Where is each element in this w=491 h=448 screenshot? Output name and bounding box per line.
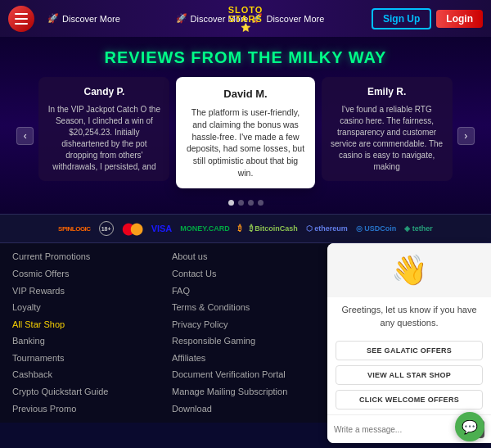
link-affiliates[interactable]: Affiliates [172, 351, 311, 366]
link-terms-conditions[interactable]: Terms & Conditions [172, 301, 311, 315]
link-faq[interactable]: FAQ [172, 284, 311, 299]
link-vip-rewards[interactable]: VIP Rewards [12, 284, 147, 299]
link-contact-us[interactable]: Contact Us [172, 267, 311, 282]
hero-title: REVIEWS FROM THE MILKY WAY [16, 48, 475, 67]
link-manage-mailing[interactable]: Manage Mailing Subscription [172, 385, 311, 400]
provider-bitcoincash: ₿ BitcoinCash [250, 224, 298, 233]
header-buttons: Sign Up Login [372, 8, 483, 29]
live-chat-bubble[interactable]: 💬 [455, 412, 484, 441]
provider-usdc: ◎ USDCoin [356, 224, 397, 233]
link-current-promotions[interactable]: Current Promotions [12, 250, 147, 265]
footer-right-links: About us Contact Us FAQ Terms & Conditio… [160, 243, 323, 423]
dot-4[interactable] [258, 200, 264, 206]
nav-item-discover-1[interactable]: 🚀 Discover More [47, 13, 120, 24]
provider-ethereum: ⬡ ethereum [306, 224, 348, 233]
rocket-icon-2: 🚀 [176, 13, 187, 24]
logo-image: SLOTO STARS ⭐ [221, 2, 270, 35]
review-text-2: The platform is user-friendly, and claim… [186, 106, 304, 179]
footer-left-links: Current Promotions Cosmic Offers VIP Rew… [0, 243, 160, 423]
logo[interactable]: SLOTO STARS ⭐ [221, 2, 270, 35]
star-icon: ⭐ [228, 24, 264, 32]
link-banking[interactable]: Banking [12, 334, 147, 349]
chat-btn-all-star-shop[interactable]: VIEW ALL STAR SHOP [336, 365, 483, 385]
chat-greeting-message: Greetings, let us know if you have any q… [327, 297, 491, 336]
login-button[interactable]: Login [436, 10, 483, 28]
link-previous-promo[interactable]: Previous Promo [12, 402, 147, 417]
providers-bar: SPINLOGIC 18+ ⬤⬤ VISA MONEY.CARD ₿ ₿ Bit… [0, 214, 491, 243]
provider-age: 18+ [99, 221, 114, 236]
dot-2[interactable] [238, 200, 244, 206]
carousel-next-button[interactable]: › [457, 127, 475, 145]
chat-action-buttons: SEE GALATIC OFFERS VIEW ALL STAR SHOP CL… [327, 336, 491, 414]
review-card-2: David M. The platform is user-friendly, … [176, 77, 314, 188]
chat-bubble-icon: 💬 [462, 419, 478, 435]
provider-moneycard: MONEY.CARD [180, 224, 230, 233]
signup-button[interactable]: Sign Up [372, 8, 431, 29]
dot-3[interactable] [248, 200, 254, 206]
nav-items: 🚀 Discover More [39, 13, 128, 24]
provider-spinlogic: SPINLOGIC [58, 225, 91, 233]
reviews-carousel: Candy P. In the VIP Jackpot Catch O the … [38, 77, 452, 188]
hero-section: REVIEWS FROM THE MILKY WAY ‹ Candy P. In… [0, 37, 491, 214]
main-content: Current Promotions Cosmic Offers VIP Rew… [0, 243, 491, 423]
chat-wave-emoji: 👋 [327, 243, 491, 297]
reviewer-name-2: David M. [186, 87, 304, 102]
link-tournaments[interactable]: Tournaments [12, 351, 147, 366]
chat-btn-welcome-offers[interactable]: CLICK WELCOME OFFERS [336, 390, 483, 410]
provider-tether: ◈ tether [404, 224, 433, 233]
carousel-prev-button[interactable]: ‹ [16, 127, 34, 145]
chat-btn-galatic-offers[interactable]: SEE GALATIC OFFERS [336, 341, 483, 360]
link-about-us[interactable]: About us [172, 250, 311, 265]
reviewer-name-1: Candy P. [47, 85, 161, 99]
review-text-1: In the VIP Jackpot Catch O the Season, I… [47, 104, 161, 173]
provider-bitcoin: ₿ [238, 224, 241, 233]
link-responsible-gaming[interactable]: Responsible Gaming [172, 334, 311, 349]
link-loyalty[interactable]: Loyalty [12, 301, 147, 315]
header-left: 🚀 Discover More [8, 6, 128, 32]
header: 🚀 Discover More SLOTO STARS ⭐ 🚀 Discover… [0, 0, 491, 37]
review-text-3: I've found a reliable RTG casino here. T… [330, 104, 444, 173]
review-card-1: Candy P. In the VIP Jackpot Catch O the … [38, 77, 169, 181]
provider-visa: VISA [151, 224, 173, 233]
carousel-dots [16, 200, 475, 206]
hamburger-menu[interactable] [8, 6, 34, 32]
rocket-icon-1: 🚀 [47, 13, 59, 24]
chat-message-input[interactable] [334, 425, 466, 434]
link-cashback[interactable]: Cashback [12, 368, 147, 382]
link-download[interactable]: Download [172, 402, 311, 417]
review-card-3: Emily R. I've found a reliable RTG casin… [322, 77, 453, 181]
link-cosmic-offers[interactable]: Cosmic Offers [12, 267, 147, 282]
link-privacy-policy[interactable]: Privacy Policy [172, 318, 311, 333]
reviewer-name-3: Emily R. [330, 85, 444, 99]
link-all-star-shop[interactable]: All Star Shop [12, 318, 147, 333]
provider-mastercard: ⬤⬤ [122, 222, 143, 235]
link-document-verification[interactable]: Document Verification Portal [172, 368, 311, 382]
link-crypto-quickstart[interactable]: Crypto Quickstart Guide [12, 385, 147, 400]
dot-1[interactable] [228, 200, 234, 206]
